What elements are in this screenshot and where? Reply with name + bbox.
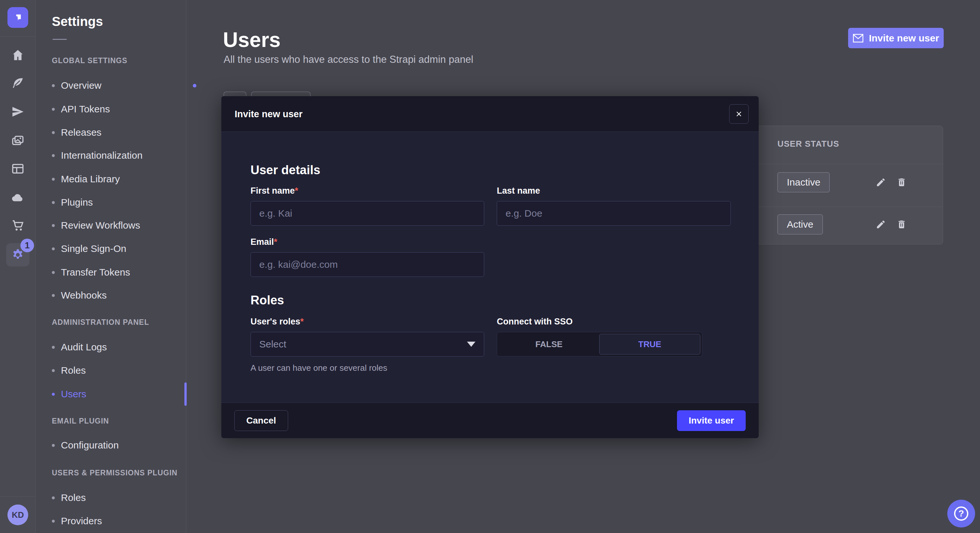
sidebar-item-review-workflows[interactable]: Review Workflows: [52, 218, 140, 233]
home-icon[interactable]: [0, 47, 36, 63]
bullet-icon: [52, 154, 55, 157]
bullet-icon: [52, 444, 55, 447]
edit-pencil-icon[interactable]: [874, 217, 888, 232]
question-icon: ?: [954, 506, 968, 521]
section-administration-panel: ADMINISTRATION PANEL: [52, 317, 149, 327]
first-name-label: First name*: [250, 186, 298, 196]
modal-header: Invite new user: [221, 96, 759, 132]
bullet-icon: [52, 520, 55, 523]
sidebar-item-admin-roles[interactable]: Roles: [52, 363, 86, 378]
bullet-icon: [52, 108, 55, 111]
feather-icon[interactable]: [0, 75, 36, 91]
sidebar-scrollbar-thumb[interactable]: [185, 382, 187, 406]
bullet-icon: [52, 369, 55, 372]
invite-new-user-modal: Invite new user User details First name*…: [221, 96, 759, 438]
chevron-down-icon: [467, 342, 476, 347]
strapi-admin: 1 KD Settings GLOBAL SETTINGS Overview A…: [0, 0, 980, 533]
last-name-field[interactable]: [497, 201, 731, 226]
select-placeholder: Select: [259, 339, 286, 350]
sso-toggle: FALSE TRUE: [497, 332, 702, 357]
sidebar-item-audit-logs[interactable]: Audit Logs: [52, 340, 107, 354]
bullet-icon: [52, 131, 55, 134]
delete-trash-icon[interactable]: [894, 217, 909, 232]
strapi-logo[interactable]: [8, 7, 28, 28]
user-avatar[interactable]: KD: [8, 504, 28, 525]
sidebar-title: Settings: [52, 14, 103, 29]
email-label: Email*: [250, 237, 277, 247]
sidebar-item-internationalization[interactable]: Internationalization: [52, 148, 143, 163]
cancel-button[interactable]: Cancel: [234, 410, 288, 431]
icon-rail: 1 KD: [0, 0, 36, 533]
overview-notification-dot: [193, 84, 196, 87]
sidebar-item-webhooks[interactable]: Webhooks: [52, 288, 107, 303]
layout-icon[interactable]: [0, 161, 36, 176]
page-title: Users: [223, 28, 281, 52]
bullet-icon: [52, 393, 55, 396]
sidebar-item-up-roles[interactable]: Roles: [52, 490, 86, 505]
first-name-field[interactable]: [250, 201, 484, 226]
section-users-permissions-plugin: USERS & PERMISSIONS PLUGIN: [52, 468, 178, 477]
bullet-icon: [52, 178, 55, 181]
status-badge: Active: [778, 214, 823, 235]
sidebar-item-releases[interactable]: Releases: [52, 125, 102, 140]
bullet-icon: [52, 84, 55, 87]
required-marker: *: [295, 186, 299, 195]
edit-pencil-icon[interactable]: [874, 175, 888, 189]
delete-trash-icon[interactable]: [894, 175, 909, 189]
sidebar-item-configuration[interactable]: Configuration: [52, 438, 119, 452]
bullet-icon: [52, 201, 55, 204]
sso-toggle-false[interactable]: FALSE: [499, 334, 599, 355]
paper-plane-icon[interactable]: [0, 104, 36, 119]
sidebar-item-users-active[interactable]: Users: [52, 387, 86, 401]
help-button[interactable]: ?: [947, 500, 975, 528]
users-roles-select[interactable]: Select: [250, 332, 484, 357]
sidebar-item-overview[interactable]: Overview: [52, 78, 102, 93]
bullet-icon: [52, 224, 55, 227]
bullet-icon: [52, 247, 55, 250]
invite-user-submit-button[interactable]: Invite user: [677, 410, 746, 431]
sidebar-item-providers[interactable]: Providers: [52, 514, 102, 528]
column-header-user-status: USER STATUS: [778, 139, 839, 149]
section-global-settings: GLOBAL SETTINGS: [52, 56, 127, 65]
bullet-icon: [52, 346, 55, 349]
bullet-icon: [52, 271, 55, 274]
settings-notification-badge: 1: [21, 239, 34, 252]
sidebar-item-api-tokens[interactable]: API Tokens: [52, 102, 110, 116]
required-marker: *: [301, 317, 304, 327]
sidebar-item-transfer-tokens[interactable]: Transfer Tokens: [52, 265, 130, 279]
email-field[interactable]: [250, 252, 484, 277]
invite-new-user-label: Invite new user: [869, 33, 939, 44]
sidebar-title-underline: [52, 39, 67, 40]
bullet-icon: [52, 497, 55, 499]
sidebar-item-media-library[interactable]: Media Library: [52, 172, 120, 186]
strapi-logo-icon: [12, 12, 23, 23]
rail-divider: [0, 36, 36, 36]
envelope-icon: [853, 34, 864, 43]
users-roles-label: User's roles*: [250, 317, 304, 327]
section-roles: Roles: [250, 293, 284, 307]
modal-body: User details First name* Last name Email…: [221, 132, 759, 402]
close-icon[interactable]: [729, 104, 749, 124]
modal-footer: Cancel Invite user: [221, 403, 759, 438]
sidebar-item-plugins[interactable]: Plugins: [52, 195, 93, 209]
sso-toggle-true[interactable]: TRUE: [599, 334, 700, 355]
last-name-label: Last name: [497, 186, 540, 196]
required-marker: *: [274, 237, 277, 247]
cloud-icon[interactable]: [0, 190, 36, 205]
marketplace-cart-icon[interactable]: [0, 217, 36, 233]
roles-hint: A user can have one or several roles: [250, 363, 387, 373]
modal-title: Invite new user: [235, 96, 303, 132]
page-subtitle: All the users who have access to the Str…: [224, 54, 473, 65]
sidebar-item-single-sign-on[interactable]: Single Sign-On: [52, 241, 126, 256]
status-badge: Inactive: [778, 172, 830, 192]
section-email-plugin: EMAIL PLUGIN: [52, 416, 109, 426]
section-user-details: User details: [250, 163, 320, 177]
settings-sidebar: Settings GLOBAL SETTINGS Overview API To…: [36, 0, 186, 533]
bullet-icon: [52, 294, 55, 297]
media-library-icon[interactable]: [0, 133, 36, 148]
invite-new-user-button[interactable]: Invite new user: [848, 28, 944, 48]
connect-with-sso-label: Connect with SSO: [497, 317, 573, 327]
rail-divider: [0, 497, 36, 497]
